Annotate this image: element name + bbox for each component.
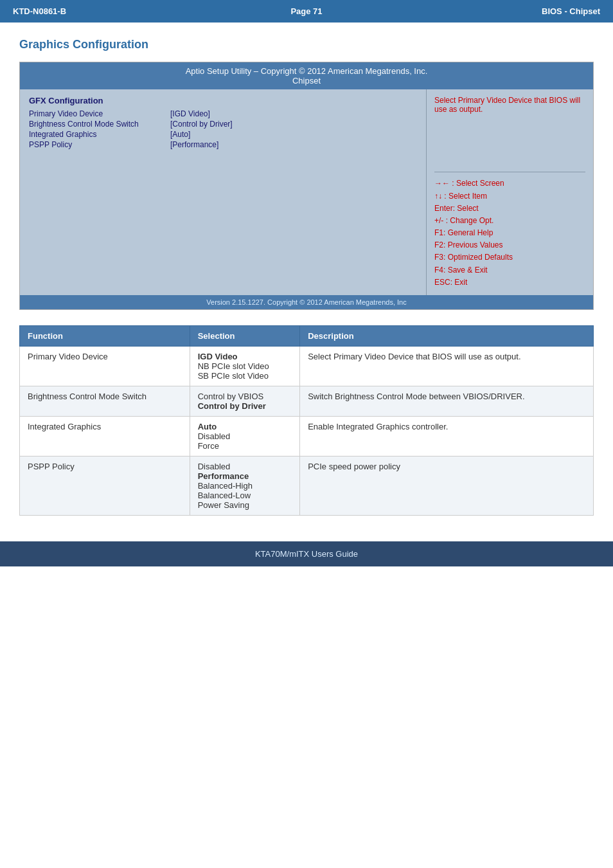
bios-shortcut-line: Enter: Select <box>434 203 585 215</box>
table-row: PSPP PolicyDisabledPerformanceBalanced-H… <box>20 457 594 516</box>
bios-shortcut-line: +/- : Change Opt. <box>434 215 585 227</box>
selection-option: Disabled <box>198 462 292 471</box>
bios-footer: Version 2.15.1227. Copyright © 2012 Amer… <box>20 295 593 309</box>
bios-item-row: Primary Video Device[IGD Video] <box>29 109 417 118</box>
table-cell-function: Brightness Control Mode Switch <box>20 386 190 417</box>
table-cell-selection: AutoDisabledForce <box>190 417 299 457</box>
table-cell-selection: DisabledPerformanceBalanced-HighBalanced… <box>190 457 299 516</box>
selection-option: Power Saving <box>198 500 292 510</box>
bios-item-label: PSPP Policy <box>29 140 170 149</box>
bios-panel: Aptio Setup Utility – Copyright © 2012 A… <box>19 62 594 310</box>
table-cell-function: Integrated Graphics <box>20 417 190 457</box>
bios-right-panel: Select Primary Video Device that BIOS wi… <box>426 89 593 295</box>
bios-right-description: Select Primary Video Device that BIOS wi… <box>434 96 585 167</box>
bios-shortcut-line: F3: Optimized Defaults <box>434 251 585 264</box>
table-cell-description: Enable Integrated Graphics controller. <box>300 417 594 457</box>
selection-option: IGD Video <box>198 352 292 361</box>
bios-item-label: Integrated Graphics <box>29 130 170 139</box>
bios-header-line2: Chipset <box>292 76 321 86</box>
bios-shortcut-line: ↑↓ : Select Item <box>434 190 585 203</box>
bios-item-value: [Performance] <box>170 140 218 149</box>
function-table-section: Function Selection Description Primary V… <box>19 325 594 516</box>
function-table: Function Selection Description Primary V… <box>19 325 594 516</box>
bios-right-shortcuts: →← : Select Screen↑↓ : Select ItemEnter:… <box>434 172 585 289</box>
selection-option: Control by Driver <box>198 401 292 411</box>
col-description: Description <box>300 326 594 347</box>
table-cell-function: Primary Video Device <box>20 347 190 386</box>
table-row: Brightness Control Mode SwitchControl by… <box>20 386 594 417</box>
bios-header: Aptio Setup Utility – Copyright © 2012 A… <box>20 62 593 89</box>
bios-shortcut-line: →← : Select Screen <box>434 177 585 190</box>
table-cell-selection: IGD VideoNB PCIe slot VideoSB PCIe slot … <box>190 347 299 386</box>
col-selection: Selection <box>190 326 299 347</box>
bios-shortcut-line: F4: Save & Exit <box>434 264 585 276</box>
selection-option: Force <box>198 441 292 451</box>
section-title: Graphics Configuration <box>0 23 613 62</box>
selection-option: Balanced-Low <box>198 491 292 500</box>
bios-item-row: Integrated Graphics[Auto] <box>29 130 417 139</box>
table-cell-description: Select Primary Video Device that BIOS wi… <box>300 347 594 386</box>
selection-option: Control by VBIOS <box>198 392 292 401</box>
selection-option: Balanced-High <box>198 481 292 491</box>
table-header-row: Function Selection Description <box>20 326 594 347</box>
selection-option: NB PCIe slot Video <box>198 361 292 371</box>
page-footer: KTA70M/mITX Users Guide <box>0 541 613 566</box>
page-header: KTD-N0861-B Page 71 BIOS - Chipset <box>0 0 613 23</box>
bios-header-line1: Aptio Setup Utility – Copyright © 2012 A… <box>186 66 428 76</box>
header-right: BIOS - Chipset <box>404 6 600 16</box>
table-cell-description: PCIe speed power policy <box>300 457 594 516</box>
bios-item-label: Primary Video Device <box>29 109 170 118</box>
table-row: Integrated GraphicsAutoDisabledForceEnab… <box>20 417 594 457</box>
bios-item-row: PSPP Policy[Performance] <box>29 140 417 149</box>
selection-option: Performance <box>198 471 292 481</box>
header-center: Page 71 <box>209 6 405 16</box>
table-cell-selection: Control by VBIOSControl by Driver <box>190 386 299 417</box>
bios-item-row: GFX Configuration <box>29 96 417 105</box>
bios-shortcut-line: ESC: Exit <box>434 276 585 289</box>
bios-left-panel: GFX ConfigurationPrimary Video Device[IG… <box>20 89 426 295</box>
table-row: Primary Video DeviceIGD VideoNB PCIe slo… <box>20 347 594 386</box>
col-function: Function <box>20 326 190 347</box>
selection-option: Auto <box>198 422 292 431</box>
bios-item-value: [Control by Driver] <box>170 120 233 129</box>
bios-shortcut-line: F1: General Help <box>434 227 585 239</box>
selection-option: SB PCIe slot Video <box>198 371 292 381</box>
bios-body: GFX ConfigurationPrimary Video Device[IG… <box>20 89 593 295</box>
header-left: KTD-N0861-B <box>13 6 209 16</box>
bios-item-row: Brightness Control Mode Switch[Control b… <box>29 120 417 129</box>
bios-shortcut-line: F2: Previous Values <box>434 239 585 251</box>
selection-option: Disabled <box>198 431 292 441</box>
table-cell-description: Switch Brightness Control Mode between V… <box>300 386 594 417</box>
bios-item-label: Brightness Control Mode Switch <box>29 120 170 129</box>
bios-item-value: [Auto] <box>170 130 190 139</box>
bios-item-value: [IGD Video] <box>170 109 210 118</box>
table-cell-function: PSPP Policy <box>20 457 190 516</box>
